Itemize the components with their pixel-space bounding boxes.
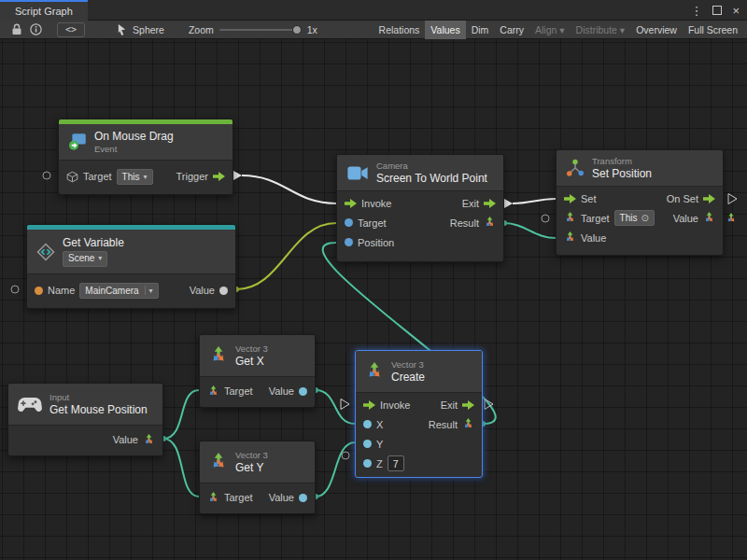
- target-this-value: This: [122, 172, 140, 182]
- variable-name-dropdown[interactable]: MainCamera ▾: [79, 283, 158, 299]
- y-port[interactable]: [363, 440, 372, 448]
- window-tab-bar: Script Graph ⋮ ×: [0, 0, 747, 21]
- value-float-port[interactable]: [299, 387, 307, 396]
- fullscreen-button[interactable]: Full Screen: [683, 21, 743, 39]
- maximize-icon[interactable]: [712, 6, 722, 15]
- variable-name-value: MainCamera: [85, 286, 138, 296]
- value-port-label: Value: [113, 434, 138, 445]
- node-get-mouse-position[interactable]: Input Get Mouse Position Value: [7, 383, 163, 456]
- vector3-icon: [209, 453, 228, 471]
- exit-port-label: Exit: [441, 399, 458, 411]
- align-button[interactable]: Align ▾: [529, 21, 571, 39]
- values-button[interactable]: Values: [425, 21, 465, 39]
- target-vector3-port-icon[interactable]: [207, 385, 219, 398]
- node-set-position[interactable]: Transform Set Position Set On Set Target…: [556, 149, 724, 256]
- node-title: Screen To World Point: [376, 172, 487, 185]
- distribute-button[interactable]: Distribute ▾: [571, 21, 631, 39]
- node-get-y[interactable]: Vector 3 Get Y Target Value: [199, 441, 316, 514]
- vector3-icon: [365, 362, 384, 381]
- graph-toolbar: <> Sphere Zoom 1x Relations Values Dim C…: [0, 21, 747, 39]
- exit-flow-port-icon[interactable]: [484, 199, 496, 208]
- close-icon[interactable]: ×: [732, 4, 740, 18]
- value-vector3-port-icon[interactable]: [143, 434, 155, 446]
- target-port-label: Target: [581, 213, 610, 224]
- exit-flow-port-icon[interactable]: [462, 400, 474, 410]
- value-out-vector3-port-icon[interactable]: [703, 212, 715, 224]
- carry-button[interactable]: Carry: [494, 21, 529, 39]
- mouse-drag-event-icon: [68, 133, 87, 151]
- result-vector3-port-icon[interactable]: [484, 217, 496, 229]
- node-on-mouse-drag[interactable]: On Mouse Drag Event Target This ▾ Trigge…: [58, 119, 233, 195]
- node-screen-to-world-point[interactable]: Camera Screen To World Point Invoke Exit…: [336, 154, 504, 262]
- target-vector3-port-icon[interactable]: [207, 492, 219, 504]
- target-vector3-port-icon[interactable]: [564, 212, 576, 224]
- set-flow-port-icon[interactable]: [564, 194, 576, 203]
- invoke-port-label: Invoke: [361, 198, 391, 209]
- target-port-label: Target: [83, 171, 112, 182]
- value-in-port-label: Value: [581, 232, 606, 244]
- caret-down-icon: ▾: [98, 254, 102, 263]
- z-value-input[interactable]: 7: [388, 455, 404, 471]
- target-port-label: Target: [224, 492, 253, 503]
- code-view-button[interactable]: <>: [57, 22, 85, 37]
- node-category: Input: [49, 392, 148, 402]
- lock-icon[interactable]: [11, 23, 22, 35]
- vector3-icon: [209, 346, 228, 365]
- caret-down-icon: ▾: [149, 287, 153, 295]
- graph-owner-label: Sphere: [133, 24, 164, 35]
- value-float-port[interactable]: [299, 494, 307, 502]
- zoom-value: 1x: [307, 24, 317, 35]
- zoom-slider[interactable]: [219, 29, 302, 31]
- x-port[interactable]: [363, 420, 372, 428]
- zoom-slider-handle[interactable]: [292, 25, 302, 35]
- gameobject-port-icon[interactable]: [66, 171, 78, 183]
- on-set-flow-port-icon[interactable]: [703, 194, 715, 203]
- overview-button[interactable]: Overview: [630, 21, 683, 39]
- node-vector3-create[interactable]: Vector 3 Create Invoke Exit X Result: [355, 350, 483, 478]
- gamepad-icon: [18, 397, 42, 413]
- exit-port-label: Exit: [462, 198, 479, 209]
- node-get-x[interactable]: Vector 3 Get X Target Value: [199, 334, 316, 408]
- position-port[interactable]: [345, 238, 353, 246]
- tab-label: Script Graph: [15, 6, 73, 17]
- value-port-label: Value: [269, 385, 294, 397]
- invoke-flow-port-icon[interactable]: [363, 400, 375, 410]
- caret-down-icon: ▾: [143, 173, 147, 181]
- variable-icon: [36, 243, 55, 261]
- z-port[interactable]: [363, 459, 372, 468]
- invoke-flow-port-icon[interactable]: [345, 199, 357, 208]
- kebab-menu-icon[interactable]: ⋮: [690, 4, 702, 18]
- node-subtitle: Event: [94, 144, 174, 154]
- pointer-icon: [117, 23, 127, 35]
- node-title: Create: [391, 371, 425, 384]
- target-this-field[interactable]: This ⊙: [614, 210, 655, 226]
- unity-visual-scripting-window: Script Graph ⋮ × <> Sphere Zoom 1x Relat…: [0, 0, 747, 560]
- object-picker-icon[interactable]: ⊙: [641, 213, 648, 223]
- name-string-port[interactable]: [35, 287, 43, 295]
- target-this-dropdown[interactable]: This ▾: [117, 169, 153, 185]
- trigger-flow-port-icon[interactable]: [213, 172, 225, 181]
- y-port-label: Y: [376, 439, 383, 450]
- info-icon[interactable]: [30, 23, 42, 35]
- invoke-port-label: Invoke: [380, 399, 410, 411]
- z-port-label: Z: [376, 458, 383, 469]
- trigger-port-label: Trigger: [176, 171, 208, 182]
- node-title: Get Y: [235, 461, 268, 474]
- node-get-variable[interactable]: Get Variable Scene ▾ Name MainCamera ▾ V…: [26, 224, 236, 309]
- node-category: Transform: [592, 156, 652, 166]
- camera-icon: [346, 165, 369, 181]
- node-title: On Mouse Drag: [94, 130, 174, 143]
- target-port[interactable]: [345, 218, 353, 227]
- node-title: Get Variable: [63, 236, 124, 249]
- value-object-port[interactable]: [219, 287, 228, 295]
- dim-button[interactable]: Dim: [466, 21, 495, 39]
- relations-button[interactable]: Relations: [374, 21, 426, 39]
- result-vector3-port-icon[interactable]: [462, 418, 474, 430]
- value-in-vector3-port-icon[interactable]: [564, 231, 576, 244]
- tab-script-graph[interactable]: Script Graph: [0, 0, 88, 21]
- node-title: Get X: [235, 355, 268, 368]
- variable-scope-dropdown[interactable]: Scene ▾: [63, 251, 107, 267]
- target-port-label: Target: [358, 217, 387, 229]
- on-set-port-label: On Set: [667, 193, 698, 204]
- node-title: Get Mouse Position: [49, 403, 148, 416]
